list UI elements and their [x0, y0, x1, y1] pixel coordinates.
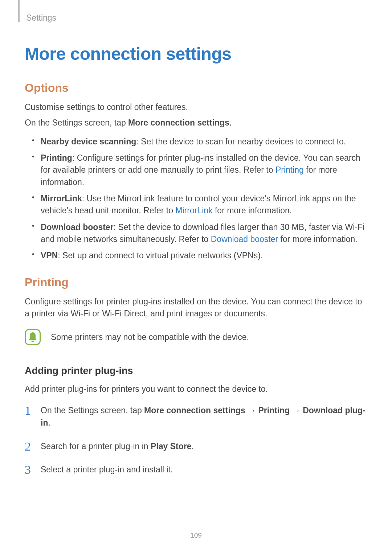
- page-number: 109: [0, 532, 392, 539]
- bullet-item: MirrorLink: Use the MirrorLink feature t…: [25, 193, 367, 217]
- step-bold: Play Store: [151, 442, 192, 451]
- bullet-term: Printing: [41, 153, 72, 163]
- step-number: 2: [25, 437, 31, 456]
- page: Settings More connection settings Option…: [0, 0, 392, 554]
- bullet-item: VPN: Set up and connect to virtual priva…: [25, 250, 367, 262]
- step-suffix: .: [192, 442, 194, 451]
- header-rule: [18, 0, 20, 22]
- options-instruction-bold: More connection settings: [128, 118, 229, 127]
- bullet-desc: : Set up and connect to virtual private …: [58, 251, 263, 260]
- step-text-prefix: Search for a printer plug-in in: [41, 442, 151, 451]
- options-instruction: On the Settings screen, tap More connect…: [25, 117, 367, 129]
- steps-list: 1 On the Settings screen, tap More conne…: [25, 404, 367, 476]
- options-bullet-list: Nearby device scanning: Set the device t…: [25, 136, 367, 262]
- printing-intro: Configure settings for printer plug-ins …: [25, 296, 367, 320]
- bullet-item: Printing: Configure settings for printer…: [25, 152, 367, 188]
- printing-sub-intro: Add printer plug-ins for printers you wa…: [25, 383, 367, 395]
- bell-icon: [25, 329, 41, 345]
- step-number: 1: [25, 401, 31, 420]
- bullet-desc-after: for more information.: [213, 206, 292, 215]
- step-item: 1 On the Settings screen, tap More conne…: [25, 404, 367, 429]
- bullet-term: MirrorLink: [41, 194, 82, 203]
- bullet-desc: : Set the device to scan for nearby devi…: [136, 137, 346, 146]
- step-text: Select a printer plug-in and install it.: [41, 465, 173, 474]
- options-instruction-prefix: On the Settings screen, tap: [25, 118, 128, 127]
- step-suffix: .: [48, 418, 50, 427]
- bullet-item: Download booster: Set the device to down…: [25, 221, 367, 246]
- options-heading: Options: [25, 81, 367, 95]
- step-arrow: →: [245, 406, 258, 415]
- bullet-item: Nearby device scanning: Set the device t…: [25, 136, 367, 148]
- link-printing[interactable]: Printing: [275, 165, 304, 175]
- step-bold: More connection settings: [144, 406, 245, 415]
- step-bold: Printing: [258, 406, 290, 415]
- options-instruction-suffix: .: [229, 118, 232, 127]
- bullet-term: Nearby device scanning: [41, 137, 136, 146]
- link-mirrorlink[interactable]: MirrorLink: [175, 206, 212, 215]
- breadcrumb: Settings: [26, 13, 367, 23]
- printing-heading: Printing: [25, 276, 367, 289]
- step-item: 2 Search for a printer plug-in in Play S…: [25, 440, 367, 453]
- bullet-term: Download booster: [41, 222, 114, 232]
- bullet-term: VPN: [41, 251, 58, 260]
- page-title: More connection settings: [25, 44, 367, 64]
- step-number: 3: [25, 460, 31, 479]
- step-arrow: →: [290, 406, 303, 415]
- note-row: Some printers may not be compatible with…: [25, 329, 367, 345]
- link-download-booster[interactable]: Download booster: [211, 234, 278, 244]
- step-text-prefix: On the Settings screen, tap: [41, 406, 144, 415]
- printing-sub-heading: Adding printer plug-ins: [25, 365, 367, 377]
- bullet-desc-after: for more information.: [278, 234, 358, 244]
- note-text: Some printers may not be compatible with…: [51, 332, 249, 342]
- options-intro: Customise settings to control other feat…: [25, 101, 367, 113]
- step-item: 3 Select a printer plug-in and install i…: [25, 463, 367, 476]
